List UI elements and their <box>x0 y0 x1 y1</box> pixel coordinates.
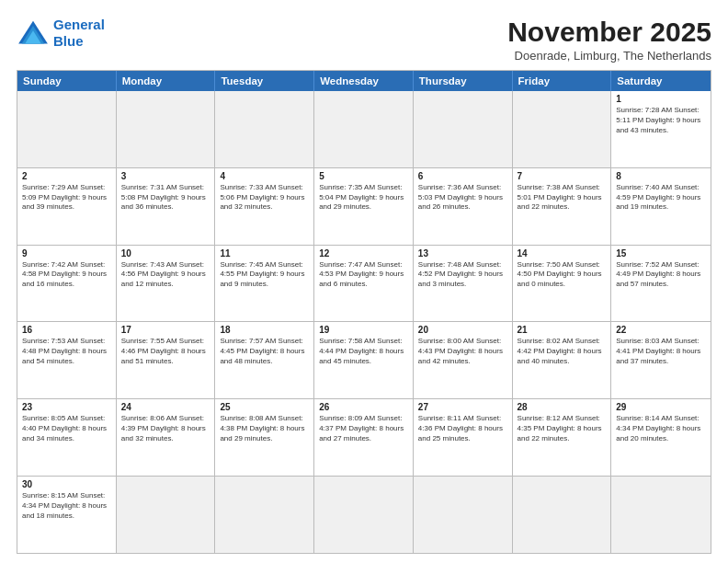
day-info: Sunrise: 7:28 AM Sunset: 5:11 PM Dayligh… <box>616 106 706 135</box>
day-info: Sunrise: 8:14 AM Sunset: 4:34 PM Dayligh… <box>616 414 706 443</box>
day-info: Sunrise: 7:43 AM Sunset: 4:56 PM Dayligh… <box>121 260 210 290</box>
day-info: Sunrise: 8:11 AM Sunset: 4:36 PM Dayligh… <box>418 414 507 443</box>
calendar-cell-4-4: 27Sunrise: 8:11 AM Sunset: 4:36 PM Dayli… <box>414 399 513 476</box>
calendar-cell-4-1: 24Sunrise: 8:06 AM Sunset: 4:39 PM Dayli… <box>117 399 216 476</box>
day-number: 19 <box>319 325 408 335</box>
day-number: 1 <box>616 94 706 104</box>
calendar-cell-5-5 <box>513 477 612 553</box>
subtitle: Doenrade, Limburg, The Netherlands <box>507 49 711 63</box>
calendar-cell-3-3: 19Sunrise: 7:58 AM Sunset: 4:44 PM Dayli… <box>314 322 414 398</box>
calendar-cell-0-3 <box>314 91 414 167</box>
header-friday: Friday <box>513 71 612 91</box>
calendar-cell-1-0: 2Sunrise: 7:29 AM Sunset: 5:09 PM Daylig… <box>17 168 117 245</box>
calendar-cell-1-3: 5Sunrise: 7:35 AM Sunset: 5:04 PM Daylig… <box>314 168 414 245</box>
day-number: 2 <box>22 171 111 181</box>
calendar-row-2: 9Sunrise: 7:42 AM Sunset: 4:58 PM Daylig… <box>17 246 711 323</box>
calendar-cell-0-5 <box>513 91 612 167</box>
calendar-cell-4-5: 28Sunrise: 8:12 AM Sunset: 4:35 PM Dayli… <box>513 399 612 476</box>
day-info: Sunrise: 7:29 AM Sunset: 5:09 PM Dayligh… <box>22 183 111 213</box>
day-info: Sunrise: 8:05 AM Sunset: 4:40 PM Dayligh… <box>22 414 111 443</box>
calendar-cell-2-5: 14Sunrise: 7:50 AM Sunset: 4:50 PM Dayli… <box>513 246 612 322</box>
day-info: Sunrise: 7:47 AM Sunset: 4:53 PM Dayligh… <box>319 260 408 290</box>
calendar-cell-0-4 <box>414 91 513 167</box>
day-number: 3 <box>121 171 210 181</box>
day-info: Sunrise: 7:35 AM Sunset: 5:04 PM Dayligh… <box>319 183 408 213</box>
day-info: Sunrise: 8:03 AM Sunset: 4:41 PM Dayligh… <box>616 337 706 366</box>
calendar-cell-3-5: 21Sunrise: 8:02 AM Sunset: 4:42 PM Dayli… <box>513 322 612 398</box>
header-monday: Monday <box>117 71 216 91</box>
calendar-cell-1-1: 3Sunrise: 7:31 AM Sunset: 5:08 PM Daylig… <box>117 168 216 245</box>
calendar-row-4: 23Sunrise: 8:05 AM Sunset: 4:40 PM Dayli… <box>17 399 711 477</box>
day-number: 9 <box>22 248 111 259</box>
day-number: 17 <box>121 325 210 335</box>
logo-text: General Blue <box>53 17 105 50</box>
day-number: 13 <box>418 248 507 259</box>
day-info: Sunrise: 7:57 AM Sunset: 4:45 PM Dayligh… <box>220 337 309 366</box>
day-number: 11 <box>220 248 309 259</box>
day-info: Sunrise: 7:45 AM Sunset: 4:55 PM Dayligh… <box>220 260 309 290</box>
calendar-cell-3-6: 22Sunrise: 8:03 AM Sunset: 4:41 PM Dayli… <box>611 322 711 398</box>
day-info: Sunrise: 7:40 AM Sunset: 4:59 PM Dayligh… <box>616 183 706 213</box>
calendar-cell-0-1 <box>117 91 216 167</box>
day-info: Sunrise: 7:33 AM Sunset: 5:06 PM Dayligh… <box>220 183 309 213</box>
header: General Blue November 2025 Doenrade, Lim… <box>17 17 711 63</box>
day-number: 29 <box>616 402 706 412</box>
day-number: 28 <box>518 402 607 412</box>
calendar-row-0: 1Sunrise: 7:28 AM Sunset: 5:11 PM Daylig… <box>17 91 711 168</box>
day-number: 12 <box>319 248 408 259</box>
calendar-cell-5-3 <box>314 477 414 553</box>
day-info: Sunrise: 7:55 AM Sunset: 4:46 PM Dayligh… <box>121 337 210 366</box>
day-number: 24 <box>121 402 210 412</box>
calendar-cell-4-2: 25Sunrise: 8:08 AM Sunset: 4:38 PM Dayli… <box>215 399 314 476</box>
day-info: Sunrise: 8:02 AM Sunset: 4:42 PM Dayligh… <box>518 337 607 366</box>
day-number: 4 <box>220 171 309 181</box>
calendar-cell-0-6: 1Sunrise: 7:28 AM Sunset: 5:11 PM Daylig… <box>611 91 711 167</box>
logo-icon <box>17 19 50 47</box>
calendar-row-1: 2Sunrise: 7:29 AM Sunset: 5:09 PM Daylig… <box>17 168 711 246</box>
day-info: Sunrise: 8:06 AM Sunset: 4:39 PM Dayligh… <box>121 414 210 443</box>
day-info: Sunrise: 7:52 AM Sunset: 4:49 PM Dayligh… <box>616 260 706 290</box>
day-info: Sunrise: 7:31 AM Sunset: 5:08 PM Dayligh… <box>121 183 210 213</box>
calendar-cell-3-4: 20Sunrise: 8:00 AM Sunset: 4:43 PM Dayli… <box>414 322 513 398</box>
day-number: 27 <box>418 402 507 412</box>
day-info: Sunrise: 7:36 AM Sunset: 5:03 PM Dayligh… <box>418 183 507 213</box>
day-info: Sunrise: 8:15 AM Sunset: 4:34 PM Dayligh… <box>22 491 111 521</box>
day-number: 22 <box>616 325 706 335</box>
title-block: November 2025 Doenrade, Limburg, The Net… <box>507 17 711 63</box>
day-info: Sunrise: 7:38 AM Sunset: 5:01 PM Dayligh… <box>518 183 607 213</box>
day-info: Sunrise: 8:09 AM Sunset: 4:37 PM Dayligh… <box>319 414 408 443</box>
page: General Blue November 2025 Doenrade, Lim… <box>0 0 728 563</box>
day-info: Sunrise: 8:12 AM Sunset: 4:35 PM Dayligh… <box>518 414 607 443</box>
calendar-cell-5-6 <box>611 477 711 553</box>
calendar-cell-0-2 <box>215 91 314 167</box>
calendar-cell-4-3: 26Sunrise: 8:09 AM Sunset: 4:37 PM Dayli… <box>314 399 414 476</box>
calendar-cell-2-0: 9Sunrise: 7:42 AM Sunset: 4:58 PM Daylig… <box>17 246 117 322</box>
day-number: 10 <box>121 248 210 259</box>
logo: General Blue <box>17 17 105 50</box>
day-number: 5 <box>319 171 408 181</box>
calendar-cell-1-2: 4Sunrise: 7:33 AM Sunset: 5:06 PM Daylig… <box>215 168 314 245</box>
calendar-cell-3-2: 18Sunrise: 7:57 AM Sunset: 4:45 PM Dayli… <box>215 322 314 398</box>
calendar-body: 1Sunrise: 7:28 AM Sunset: 5:11 PM Daylig… <box>17 91 711 553</box>
day-info: Sunrise: 8:08 AM Sunset: 4:38 PM Dayligh… <box>220 414 309 443</box>
header-wednesday: Wednesday <box>314 71 414 91</box>
calendar-cell-2-3: 12Sunrise: 7:47 AM Sunset: 4:53 PM Dayli… <box>314 246 414 322</box>
day-number: 14 <box>518 248 607 259</box>
calendar-cell-0-0 <box>17 91 117 167</box>
header-sunday: Sunday <box>17 71 117 91</box>
calendar-cell-1-6: 8Sunrise: 7:40 AM Sunset: 4:59 PM Daylig… <box>611 168 711 245</box>
calendar-cell-4-6: 29Sunrise: 8:14 AM Sunset: 4:34 PM Dayli… <box>611 399 711 476</box>
calendar-cell-5-1 <box>117 477 216 553</box>
day-info: Sunrise: 7:42 AM Sunset: 4:58 PM Dayligh… <box>22 260 111 290</box>
calendar-row-5: 30Sunrise: 8:15 AM Sunset: 4:34 PM Dayli… <box>17 477 711 553</box>
day-info: Sunrise: 7:48 AM Sunset: 4:52 PM Dayligh… <box>418 260 507 290</box>
calendar-cell-3-1: 17Sunrise: 7:55 AM Sunset: 4:46 PM Dayli… <box>117 322 216 398</box>
month-title: November 2025 <box>507 17 711 47</box>
calendar-cell-3-0: 16Sunrise: 7:53 AM Sunset: 4:48 PM Dayli… <box>17 322 117 398</box>
calendar-cell-4-0: 23Sunrise: 8:05 AM Sunset: 4:40 PM Dayli… <box>17 399 117 476</box>
day-number: 6 <box>418 171 507 181</box>
day-number: 21 <box>518 325 607 335</box>
calendar-cell-5-0: 30Sunrise: 8:15 AM Sunset: 4:34 PM Dayli… <box>17 477 117 553</box>
calendar-cell-5-2 <box>215 477 314 553</box>
calendar-cell-1-4: 6Sunrise: 7:36 AM Sunset: 5:03 PM Daylig… <box>414 168 513 245</box>
